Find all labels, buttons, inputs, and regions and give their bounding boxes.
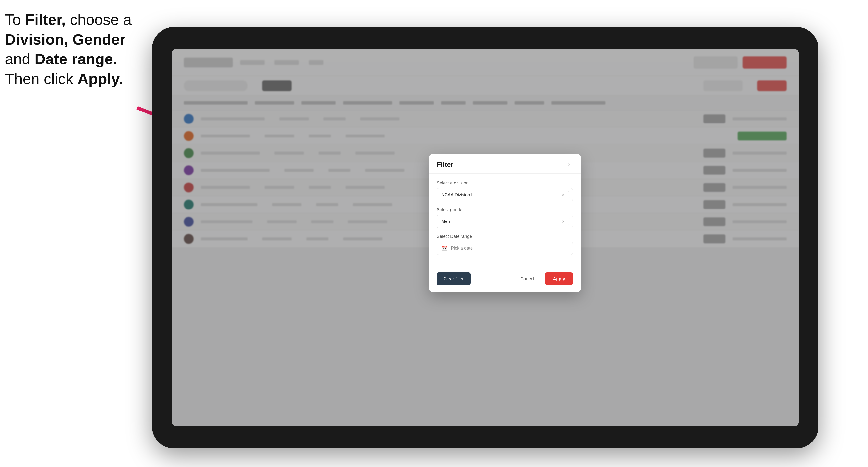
date-form-group: Select Date range 📅 Pick a date (437, 234, 573, 255)
modal-header: Filter × (429, 154, 581, 174)
gender-label: Select gender (437, 207, 573, 212)
clear-gender-icon[interactable]: ✕ (562, 219, 565, 224)
chevron-division-icon: ⌃⌄ (567, 190, 570, 199)
gender-select-icons: ✕ ⌃⌄ (562, 217, 570, 226)
instruction-line2: Division, Gender (5, 31, 126, 48)
date-label: Select Date range (437, 234, 573, 239)
clear-filter-button[interactable]: Clear filter (437, 273, 470, 285)
modal-overlay: Filter × Select a division NCAA Division… (172, 49, 799, 426)
gender-select[interactable]: Men Women (437, 215, 573, 228)
select-icons: ✕ ⌃⌄ (562, 190, 570, 199)
modal-footer-right: Cancel Apply (514, 273, 573, 285)
division-select-wrapper: NCAA Division I NCAA Division II NCAA Di… (437, 188, 573, 201)
clear-division-icon[interactable]: ✕ (562, 193, 565, 197)
calendar-icon: 📅 (441, 245, 447, 251)
instruction-line4: Then click Apply. (5, 70, 123, 87)
modal-close-button[interactable]: × (565, 161, 573, 168)
division-form-group: Select a division NCAA Division I NCAA D… (437, 181, 573, 201)
date-placeholder: Pick a date (451, 246, 473, 251)
instruction-block: To Filter, choose a Division, Gender and… (5, 10, 142, 89)
modal-title: Filter (437, 161, 453, 168)
instruction-line1: To Filter, choose a (5, 11, 132, 28)
date-input[interactable]: 📅 Pick a date (437, 242, 573, 255)
filter-modal: Filter × Select a division NCAA Division… (429, 154, 581, 292)
gender-form-group: Select gender Men Women ✕ ⌃⌄ (437, 207, 573, 228)
apply-button[interactable]: Apply (545, 273, 573, 285)
instruction-line3: and Date range. (5, 51, 117, 67)
tablet-screen: Filter × Select a division NCAA Division… (172, 49, 799, 426)
modal-footer: Clear filter Cancel Apply (429, 268, 581, 292)
modal-body: Select a division NCAA Division I NCAA D… (429, 174, 581, 268)
division-label: Select a division (437, 181, 573, 186)
gender-select-wrapper: Men Women ✕ ⌃⌄ (437, 215, 573, 228)
division-select[interactable]: NCAA Division I NCAA Division II NCAA Di… (437, 188, 573, 201)
cancel-button[interactable]: Cancel (514, 273, 541, 285)
tablet-frame: Filter × Select a division NCAA Division… (152, 27, 818, 448)
chevron-gender-icon: ⌃⌄ (567, 217, 570, 226)
